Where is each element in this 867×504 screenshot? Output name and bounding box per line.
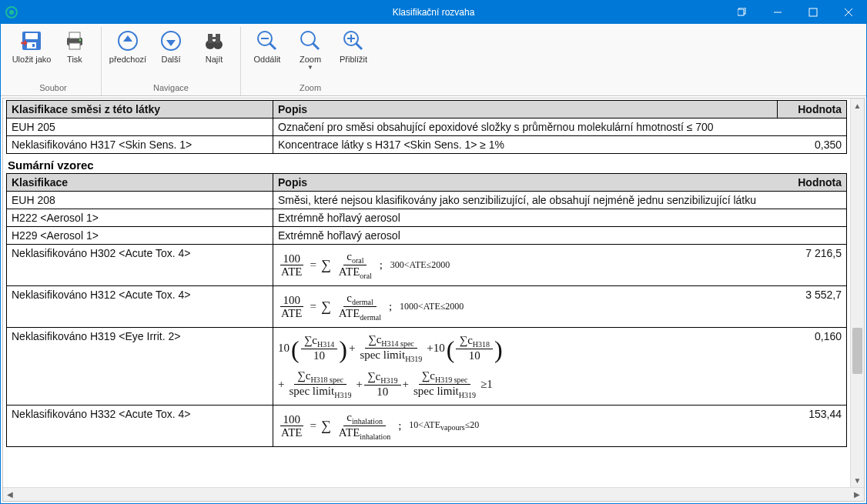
scroll-down-icon[interactable]: ▼ — [851, 473, 864, 487]
svg-rect-3 — [809, 8, 817, 16]
ribbon-group-zoom: Oddálit Zoom ▼ Přiblížit Zoom — [241, 27, 380, 95]
scroll-right-icon[interactable]: ▶ — [850, 488, 864, 501]
save-as-button[interactable]: Uložit jako — [10, 27, 53, 65]
find-button[interactable]: Najít — [192, 27, 236, 65]
svg-point-13 — [79, 39, 81, 41]
zoom-button[interactable]: Zoom ▼ — [289, 27, 332, 72]
table-header: Popis — [273, 101, 778, 118]
svg-line-27 — [356, 43, 362, 49]
table-row: Neklasifikováno H319 <Eye Irrit. 2> 10( … — [7, 328, 847, 406]
table-row: H222 <Aerosol 1> Extrémně hořlavý aeroso… — [7, 209, 847, 227]
table-header: Klasifikace směsi z této látky — [7, 101, 273, 118]
close-button[interactable] — [831, 1, 866, 24]
print-icon — [62, 28, 87, 53]
svg-rect-12 — [69, 43, 80, 49]
table-row: Neklasifikováno H332 <Acute Tox. 4> 100A… — [7, 406, 847, 447]
classification-table-1: Klasifikace směsi z této látky Popis Hod… — [6, 100, 847, 154]
zoom-in-button[interactable]: Přiblížit — [332, 27, 375, 65]
document-viewport: Klasifikace směsi z této látky Popis Hod… — [2, 98, 865, 502]
svg-rect-9 — [32, 44, 35, 47]
zoom-out-icon — [255, 28, 280, 53]
chevron-down-icon: ▼ — [307, 64, 313, 71]
formula: 100ATE =∑ coralATEoral ; 300<ATE≤2000 — [278, 247, 450, 283]
arrow-down-icon — [159, 28, 183, 53]
next-button[interactable]: Další — [149, 27, 192, 65]
document-content[interactable]: Klasifikace směsi z této látky Popis Hod… — [3, 98, 850, 487]
scroll-up-icon[interactable]: ▲ — [851, 98, 864, 112]
ribbon-group-navigace: předchozí Další Najít Navigace — [102, 27, 241, 95]
titlebar: Klasifikační rozvaha — [1, 1, 866, 24]
formula: 100ATE =∑ cinhalationATEinhalation ; 10<… — [278, 408, 479, 444]
table-row: H229 <Aerosol 1> Extrémně hořlavý aeroso… — [7, 227, 847, 245]
scroll-left-icon[interactable]: ◀ — [3, 488, 17, 501]
svg-line-22 — [269, 43, 276, 49]
classification-table-2: Klasifikace PopisHodnota EUH 208 Směsi, … — [6, 173, 847, 447]
table-row: Neklasifikováno H317 <Skin Sens. 1> Konc… — [7, 136, 847, 154]
table-row: EUH 208 Směsi, které nejsou klasifikován… — [7, 192, 847, 209]
svg-line-25 — [313, 43, 319, 49]
svg-rect-8 — [27, 42, 36, 48]
svg-rect-7 — [25, 33, 38, 39]
table-row: Neklasifikováno H302 <Acute Tox. 4> 100A… — [7, 245, 847, 286]
table-header: Klasifikace — [7, 174, 273, 192]
ribbon-group-soubor: Uložit jako Tisk Soubor — [5, 27, 102, 95]
section-title: Sumární vzorec — [6, 154, 847, 173]
formula: 10( ∑cH31410 )+ ∑cH314 specspec limitH31… — [278, 330, 503, 402]
minimize-button[interactable] — [760, 1, 795, 24]
prev-button[interactable]: předchozí — [106, 27, 149, 65]
zoom-icon — [298, 28, 323, 53]
ribbon-group-label: Soubor — [10, 82, 96, 95]
zoom-out-button[interactable]: Oddálit — [246, 27, 289, 65]
ribbon-group-label: Zoom — [246, 82, 375, 95]
svg-rect-20 — [212, 37, 216, 39]
svg-rect-11 — [69, 32, 80, 38]
table-row: EUH 205 Označení pro směsi obsahující ep… — [7, 118, 847, 136]
table-header: Hodnota — [778, 101, 847, 118]
zoom-in-icon — [341, 28, 366, 53]
vertical-scrollbar[interactable]: ▲ ▼ — [850, 98, 864, 487]
binoculars-icon — [202, 28, 226, 53]
ribbon-group-label: Navigace — [106, 82, 236, 95]
formula: 100ATE =∑ cdermalATEdermal ; 1000<ATE≤20… — [278, 289, 464, 325]
app-icon — [5, 6, 18, 18]
app-window: Klasifikační rozvaha — [0, 0, 867, 504]
svg-rect-1 — [738, 9, 744, 15]
scroll-thumb[interactable] — [852, 328, 862, 374]
horizontal-scrollbar[interactable]: ◀ ▶ — [3, 487, 864, 501]
table-row: Neklasifikováno H312 <Acute Tox. 4> 100A… — [7, 286, 847, 328]
arrow-up-icon — [115, 28, 140, 53]
save-icon — [19, 28, 44, 53]
restore-down-button[interactable] — [725, 1, 760, 24]
ribbon: Uložit jako Tisk Soubor předchozí — [1, 24, 866, 96]
print-button[interactable]: Tisk — [53, 27, 96, 65]
maximize-button[interactable] — [795, 1, 831, 24]
table-header: PopisHodnota — [273, 174, 847, 192]
